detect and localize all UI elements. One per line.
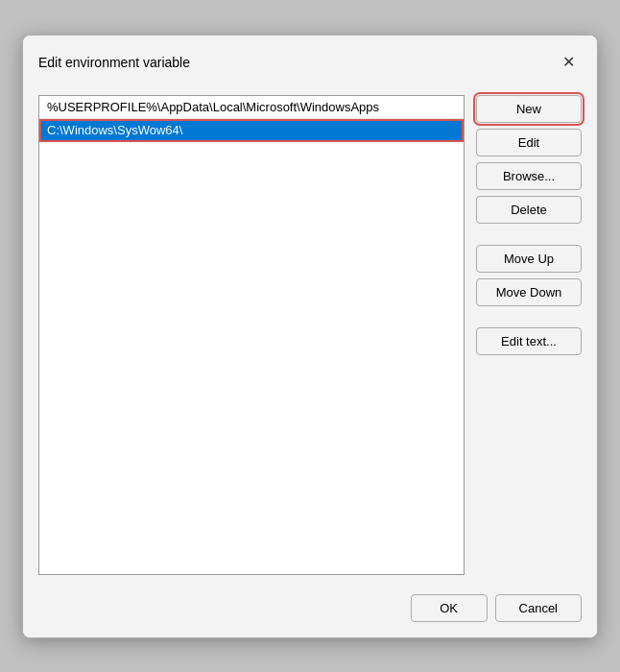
title-bar: Edit environment variable ✕ xyxy=(23,36,597,85)
browse-button[interactable]: Browse... xyxy=(476,162,582,190)
edit-button[interactable]: Edit xyxy=(476,129,582,156)
edit-text-button[interactable]: Edit text... xyxy=(476,327,582,355)
spacer xyxy=(476,229,582,239)
dialog-footer: OK Cancel xyxy=(23,585,597,637)
ok-button[interactable]: OK xyxy=(411,594,488,622)
list-item[interactable]: C:\Windows\SysWow64\ xyxy=(39,119,464,142)
new-button[interactable]: New xyxy=(476,95,582,123)
dialog-body: %USERPROFILE%\AppData\Local\Microsoft\Wi… xyxy=(23,85,597,585)
edit-env-variable-dialog: Edit environment variable ✕ %USERPROFILE… xyxy=(22,35,598,638)
cancel-button[interactable]: Cancel xyxy=(495,594,582,622)
env-variable-list[interactable]: %USERPROFILE%\AppData\Local\Microsoft\Wi… xyxy=(38,95,465,575)
spacer xyxy=(476,312,582,322)
dialog-title: Edit environment variable xyxy=(38,55,190,70)
list-item[interactable]: %USERPROFILE%\AppData\Local\Microsoft\Wi… xyxy=(39,96,464,119)
action-buttons-panel: New Edit Browse... Delete Move Up Move D… xyxy=(476,95,582,575)
move-up-button[interactable]: Move Up xyxy=(476,245,582,273)
move-down-button[interactable]: Move Down xyxy=(476,278,582,306)
close-button[interactable]: ✕ xyxy=(555,49,582,76)
delete-button[interactable]: Delete xyxy=(476,196,582,224)
